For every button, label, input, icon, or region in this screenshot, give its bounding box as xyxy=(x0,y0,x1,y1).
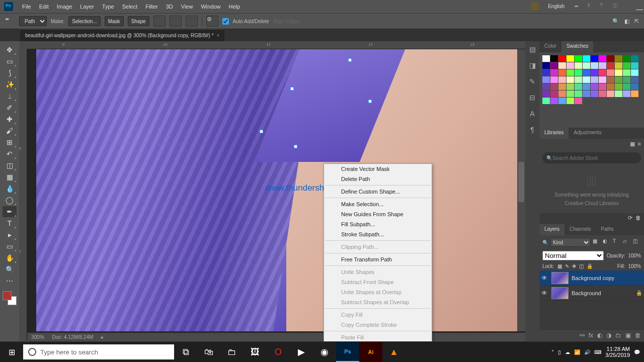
taskbar-search[interactable]: Type here to search xyxy=(23,344,174,359)
brushes-icon[interactable]: ✎ xyxy=(528,77,537,86)
swatch[interactable] xyxy=(542,69,550,76)
delete-layer-icon[interactable]: 🗑 xyxy=(635,332,641,339)
paragraph-icon[interactable]: ¶ xyxy=(528,126,537,135)
menu-3d[interactable]: 3D xyxy=(162,0,177,13)
vertical-scrollbar[interactable] xyxy=(517,49,525,331)
movies-icon[interactable]: ▶ xyxy=(290,342,313,362)
ctx-create-vector-mask[interactable]: Create Vector Mask xyxy=(324,164,432,174)
swatch[interactable] xyxy=(542,90,550,97)
lib-list-icon[interactable]: ≡ xyxy=(638,141,641,147)
swatch[interactable] xyxy=(575,98,582,104)
tray-up-icon[interactable]: ˄ xyxy=(551,349,554,355)
swatch[interactable] xyxy=(615,69,622,76)
visibility-icon[interactable]: 👁 xyxy=(541,290,548,297)
menu-filter[interactable]: Filter xyxy=(141,0,162,13)
swatch[interactable] xyxy=(550,83,558,90)
share-icon[interactable]: ⇪ xyxy=(587,3,595,11)
menu-edit[interactable]: Edit xyxy=(35,0,53,13)
lock-all-icon[interactable]: 🔒 xyxy=(587,263,593,269)
swatch[interactable] xyxy=(558,83,566,90)
swatch[interactable] xyxy=(623,83,630,90)
properties-icon[interactable]: ◨ xyxy=(528,61,537,70)
swatch[interactable] xyxy=(623,62,630,69)
cc-icon[interactable]: ☁ xyxy=(574,3,582,11)
swatch[interactable] xyxy=(542,83,550,90)
clone-tool[interactable]: ⊞ xyxy=(3,137,17,148)
gear-icon[interactable]: ⚙ xyxy=(206,16,218,27)
swatch[interactable] xyxy=(607,69,614,76)
status-arrow[interactable]: ▸ xyxy=(101,334,104,340)
path-align-icon[interactable] xyxy=(170,16,182,27)
swatch[interactable] xyxy=(558,98,566,104)
swatch[interactable] xyxy=(550,98,558,104)
brush-tool[interactable]: 🖌 xyxy=(3,125,17,136)
layer-name[interactable]: Background copy xyxy=(572,275,614,281)
task-view-icon[interactable]: ⧉ xyxy=(174,342,197,362)
swatch[interactable] xyxy=(583,76,590,83)
move-tool[interactable]: ✥ xyxy=(3,44,17,55)
menu-window[interactable]: Window xyxy=(197,0,224,13)
clone-source-icon[interactable]: ⊟ xyxy=(528,94,537,103)
ctx-new-guides-from-shape[interactable]: New Guides From Shape xyxy=(324,209,432,219)
swatch[interactable] xyxy=(558,55,566,62)
lib-sync-icon[interactable]: ⟳ xyxy=(628,215,632,223)
tray-battery-icon[interactable]: ▯ xyxy=(558,349,561,355)
new-layer-icon[interactable]: ▣ xyxy=(625,332,631,339)
history-brush-tool[interactable]: ↶ xyxy=(3,148,17,159)
filter-icon[interactable]: 🔍 xyxy=(542,240,548,245)
photoshop-taskbar-icon[interactable]: Ps xyxy=(336,342,359,362)
swatch[interactable] xyxy=(558,62,566,69)
swatch[interactable] xyxy=(615,83,622,90)
swatch[interactable] xyxy=(599,55,606,62)
swatch[interactable] xyxy=(615,90,622,97)
crop-tool[interactable]: ⟂ xyxy=(3,90,17,102)
shape-tool[interactable]: ▭ xyxy=(3,241,17,252)
window-minimize[interactable]: — xyxy=(632,3,644,11)
path-anchor[interactable] xyxy=(294,145,297,148)
gradient-tool[interactable]: ▦ xyxy=(3,171,17,183)
swatch[interactable] xyxy=(542,98,550,104)
ctx-free-transform-path[interactable]: Free Transform Path xyxy=(324,254,432,264)
swatch[interactable] xyxy=(575,62,582,69)
ctx-stroke-subpath-[interactable]: Stroke Subpath... xyxy=(324,229,432,239)
swatch[interactable] xyxy=(558,76,566,83)
info-icon[interactable]: ⓘ xyxy=(613,3,621,11)
swatch[interactable] xyxy=(567,55,574,62)
ctx-fill-subpath-[interactable]: Fill Subpath... xyxy=(324,219,432,229)
menu-help[interactable]: Help xyxy=(225,0,245,13)
swatch[interactable] xyxy=(567,76,574,83)
swatch[interactable] xyxy=(591,83,598,90)
zoom-tool[interactable]: 🔍 xyxy=(3,264,17,275)
make-mask-button[interactable]: Mask xyxy=(105,16,124,26)
blend-mode-select[interactable]: Normal xyxy=(542,251,604,260)
menu-file[interactable]: File xyxy=(18,0,35,13)
swatch[interactable] xyxy=(583,69,590,76)
swatch[interactable] xyxy=(550,76,558,83)
lasso-tool[interactable]: ⟆ xyxy=(3,67,17,78)
ruler-origin[interactable] xyxy=(19,41,27,49)
edit-toolbar[interactable]: ⋯ xyxy=(3,276,17,287)
store-icon[interactable]: 🛍 xyxy=(197,342,220,362)
swatch[interactable] xyxy=(631,62,638,69)
swatch[interactable] xyxy=(607,83,614,90)
swatch[interactable] xyxy=(631,69,638,76)
tray-lang-icon[interactable]: ⌨ xyxy=(594,349,601,355)
document-tab[interactable]: beautiful-girl-wallpaper-android-downloa… xyxy=(20,29,224,41)
swatch[interactable] xyxy=(623,76,630,83)
pen-tool[interactable]: ✒ xyxy=(3,206,17,217)
help-icon[interactable]: ? xyxy=(600,3,608,11)
swatch[interactable] xyxy=(575,90,582,97)
path-mode-select[interactable]: Path xyxy=(19,16,47,26)
swatch[interactable] xyxy=(558,90,566,97)
swatch[interactable] xyxy=(583,90,590,97)
swatch[interactable] xyxy=(591,69,598,76)
ctx-make-selection-[interactable]: Make Selection... xyxy=(324,199,432,209)
photos-icon[interactable]: 🖼 xyxy=(244,342,267,362)
layer-mask-icon[interactable]: ◐ xyxy=(597,332,602,339)
path-anchor[interactable] xyxy=(290,87,294,90)
swatch[interactable] xyxy=(575,55,582,62)
tab-adjustments[interactable]: Adjustments xyxy=(569,128,606,139)
swatch[interactable] xyxy=(615,62,622,69)
layer-name[interactable]: Background xyxy=(572,290,601,296)
swatch[interactable] xyxy=(567,69,574,76)
